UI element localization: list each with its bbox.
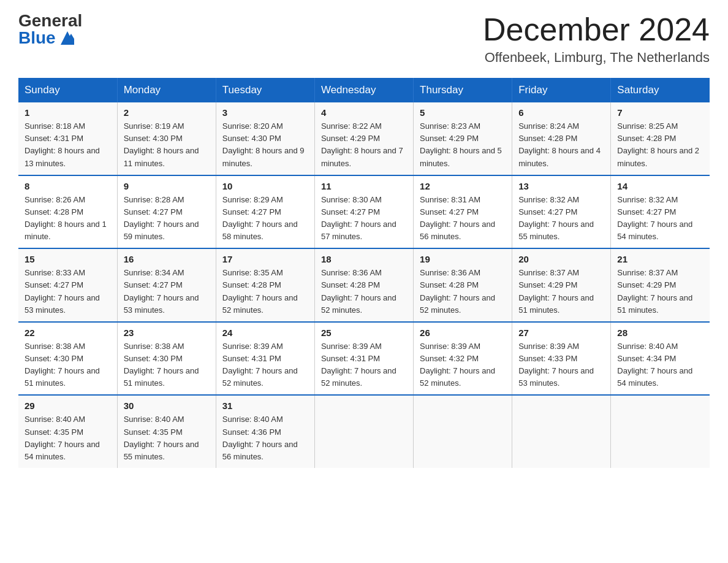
col-header-saturday: Saturday bbox=[611, 78, 710, 102]
calendar-cell: 30 Sunrise: 8:40 AM Sunset: 4:35 PM Dayl… bbox=[117, 395, 216, 468]
calendar-week-row: 29 Sunrise: 8:40 AM Sunset: 4:35 PM Dayl… bbox=[18, 395, 710, 468]
calendar-cell: 18 Sunrise: 8:36 AM Sunset: 4:28 PM Dayl… bbox=[314, 248, 413, 322]
month-title: December 2024 bbox=[483, 12, 710, 47]
calendar-header-row: SundayMondayTuesdayWednesdayThursdayFrid… bbox=[18, 78, 710, 102]
day-info: Sunrise: 8:25 AM Sunset: 4:28 PM Dayligh… bbox=[617, 120, 703, 170]
calendar-week-row: 1 Sunrise: 8:18 AM Sunset: 4:31 PM Dayli… bbox=[18, 102, 710, 175]
calendar-cell: 23 Sunrise: 8:38 AM Sunset: 4:30 PM Dayl… bbox=[117, 322, 216, 396]
day-info: Sunrise: 8:40 AM Sunset: 4:34 PM Dayligh… bbox=[617, 340, 703, 390]
day-info: Sunrise: 8:39 AM Sunset: 4:31 PM Dayligh… bbox=[222, 340, 308, 390]
calendar-cell: 25 Sunrise: 8:39 AM Sunset: 4:31 PM Dayl… bbox=[314, 322, 413, 396]
col-header-tuesday: Tuesday bbox=[216, 78, 314, 102]
day-number: 2 bbox=[124, 107, 210, 118]
calendar-week-row: 22 Sunrise: 8:38 AM Sunset: 4:30 PM Dayl… bbox=[18, 322, 710, 396]
calendar-cell bbox=[314, 395, 413, 468]
day-info: Sunrise: 8:37 AM Sunset: 4:29 PM Dayligh… bbox=[518, 267, 604, 316]
day-number: 25 bbox=[321, 327, 407, 338]
logo-blue-text: Blue bbox=[18, 29, 74, 47]
day-info: Sunrise: 8:24 AM Sunset: 4:28 PM Dayligh… bbox=[518, 120, 604, 170]
col-header-wednesday: Wednesday bbox=[314, 78, 413, 102]
day-info: Sunrise: 8:23 AM Sunset: 4:29 PM Dayligh… bbox=[420, 120, 506, 170]
logo-icon bbox=[61, 31, 74, 45]
day-info: Sunrise: 8:40 AM Sunset: 4:35 PM Dayligh… bbox=[124, 413, 210, 463]
calendar-cell: 20 Sunrise: 8:37 AM Sunset: 4:29 PM Dayl… bbox=[512, 248, 611, 322]
day-number: 11 bbox=[321, 181, 407, 191]
day-info: Sunrise: 8:39 AM Sunset: 4:33 PM Dayligh… bbox=[518, 340, 604, 390]
day-info: Sunrise: 8:22 AM Sunset: 4:29 PM Dayligh… bbox=[321, 120, 407, 170]
day-info: Sunrise: 8:32 AM Sunset: 4:27 PM Dayligh… bbox=[518, 194, 604, 243]
day-number: 15 bbox=[25, 254, 111, 264]
calendar-cell: 10 Sunrise: 8:29 AM Sunset: 4:27 PM Dayl… bbox=[216, 175, 314, 249]
calendar-cell bbox=[611, 395, 710, 468]
day-info: Sunrise: 8:18 AM Sunset: 4:31 PM Dayligh… bbox=[25, 120, 111, 170]
day-number: 19 bbox=[420, 254, 506, 264]
logo: General Blue bbox=[18, 12, 82, 47]
day-info: Sunrise: 8:37 AM Sunset: 4:29 PM Dayligh… bbox=[617, 267, 703, 316]
calendar-cell: 4 Sunrise: 8:22 AM Sunset: 4:29 PM Dayli… bbox=[314, 102, 413, 175]
day-info: Sunrise: 8:29 AM Sunset: 4:27 PM Dayligh… bbox=[222, 194, 308, 243]
day-info: Sunrise: 8:28 AM Sunset: 4:27 PM Dayligh… bbox=[124, 194, 210, 243]
day-number: 12 bbox=[420, 181, 506, 191]
day-number: 22 bbox=[25, 327, 111, 338]
day-number: 8 bbox=[25, 181, 111, 191]
day-info: Sunrise: 8:36 AM Sunset: 4:28 PM Dayligh… bbox=[420, 267, 506, 316]
day-info: Sunrise: 8:39 AM Sunset: 4:31 PM Dayligh… bbox=[321, 340, 407, 390]
day-number: 4 bbox=[321, 107, 407, 118]
page-header: General Blue December 2024 Offenbeek, Li… bbox=[18, 12, 710, 66]
col-header-sunday: Sunday bbox=[18, 78, 117, 102]
calendar-cell: 14 Sunrise: 8:32 AM Sunset: 4:27 PM Dayl… bbox=[611, 175, 710, 249]
calendar-cell: 29 Sunrise: 8:40 AM Sunset: 4:35 PM Dayl… bbox=[18, 395, 117, 468]
day-info: Sunrise: 8:20 AM Sunset: 4:30 PM Dayligh… bbox=[222, 120, 308, 170]
day-info: Sunrise: 8:34 AM Sunset: 4:27 PM Dayligh… bbox=[124, 267, 210, 316]
day-number: 30 bbox=[124, 400, 210, 411]
calendar-cell: 5 Sunrise: 8:23 AM Sunset: 4:29 PM Dayli… bbox=[414, 102, 512, 175]
calendar-cell: 28 Sunrise: 8:40 AM Sunset: 4:34 PM Dayl… bbox=[611, 322, 710, 396]
day-number: 1 bbox=[25, 107, 111, 118]
calendar-cell: 12 Sunrise: 8:31 AM Sunset: 4:27 PM Dayl… bbox=[414, 175, 512, 249]
day-number: 10 bbox=[222, 181, 308, 191]
day-info: Sunrise: 8:38 AM Sunset: 4:30 PM Dayligh… bbox=[25, 340, 111, 390]
title-block: December 2024 Offenbeek, Limburg, The Ne… bbox=[483, 12, 710, 66]
calendar-week-row: 8 Sunrise: 8:26 AM Sunset: 4:28 PM Dayli… bbox=[18, 175, 710, 249]
calendar-cell: 1 Sunrise: 8:18 AM Sunset: 4:31 PM Dayli… bbox=[18, 102, 117, 175]
calendar-cell: 6 Sunrise: 8:24 AM Sunset: 4:28 PM Dayli… bbox=[512, 102, 611, 175]
calendar-cell: 17 Sunrise: 8:35 AM Sunset: 4:28 PM Dayl… bbox=[216, 248, 314, 322]
day-number: 13 bbox=[518, 181, 604, 191]
calendar-cell: 8 Sunrise: 8:26 AM Sunset: 4:28 PM Dayli… bbox=[18, 175, 117, 249]
day-number: 9 bbox=[124, 181, 210, 191]
calendar-cell: 27 Sunrise: 8:39 AM Sunset: 4:33 PM Dayl… bbox=[512, 322, 611, 396]
logo-blue-word: Blue bbox=[18, 29, 56, 47]
calendar-cell bbox=[414, 395, 512, 468]
day-number: 18 bbox=[321, 254, 407, 264]
logo-general-text: General bbox=[18, 12, 82, 29]
calendar-cell: 9 Sunrise: 8:28 AM Sunset: 4:27 PM Dayli… bbox=[117, 175, 216, 249]
col-header-monday: Monday bbox=[117, 78, 216, 102]
day-info: Sunrise: 8:33 AM Sunset: 4:27 PM Dayligh… bbox=[25, 267, 111, 316]
calendar-cell: 22 Sunrise: 8:38 AM Sunset: 4:30 PM Dayl… bbox=[18, 322, 117, 396]
calendar-cell: 21 Sunrise: 8:37 AM Sunset: 4:29 PM Dayl… bbox=[611, 248, 710, 322]
day-info: Sunrise: 8:36 AM Sunset: 4:28 PM Dayligh… bbox=[321, 267, 407, 316]
day-number: 24 bbox=[222, 327, 308, 338]
day-info: Sunrise: 8:35 AM Sunset: 4:28 PM Dayligh… bbox=[222, 267, 308, 316]
calendar-table: SundayMondayTuesdayWednesdayThursdayFrid… bbox=[18, 78, 710, 468]
day-info: Sunrise: 8:32 AM Sunset: 4:27 PM Dayligh… bbox=[617, 194, 703, 243]
calendar-cell: 31 Sunrise: 8:40 AM Sunset: 4:36 PM Dayl… bbox=[216, 395, 314, 468]
day-number: 23 bbox=[124, 327, 210, 338]
location-subtitle: Offenbeek, Limburg, The Netherlands bbox=[483, 50, 710, 66]
day-number: 6 bbox=[518, 107, 604, 118]
calendar-cell: 26 Sunrise: 8:39 AM Sunset: 4:32 PM Dayl… bbox=[414, 322, 512, 396]
day-number: 29 bbox=[25, 400, 111, 411]
calendar-cell: 15 Sunrise: 8:33 AM Sunset: 4:27 PM Dayl… bbox=[18, 248, 117, 322]
day-number: 21 bbox=[617, 254, 703, 264]
day-info: Sunrise: 8:40 AM Sunset: 4:36 PM Dayligh… bbox=[222, 413, 308, 463]
day-number: 16 bbox=[124, 254, 210, 264]
day-info: Sunrise: 8:39 AM Sunset: 4:32 PM Dayligh… bbox=[420, 340, 506, 390]
col-header-thursday: Thursday bbox=[414, 78, 512, 102]
day-number: 28 bbox=[617, 327, 703, 338]
calendar-week-row: 15 Sunrise: 8:33 AM Sunset: 4:27 PM Dayl… bbox=[18, 248, 710, 322]
day-number: 31 bbox=[222, 400, 308, 411]
day-info: Sunrise: 8:30 AM Sunset: 4:27 PM Dayligh… bbox=[321, 194, 407, 243]
calendar-cell: 24 Sunrise: 8:39 AM Sunset: 4:31 PM Dayl… bbox=[216, 322, 314, 396]
day-number: 20 bbox=[518, 254, 604, 264]
calendar-cell: 11 Sunrise: 8:30 AM Sunset: 4:27 PM Dayl… bbox=[314, 175, 413, 249]
